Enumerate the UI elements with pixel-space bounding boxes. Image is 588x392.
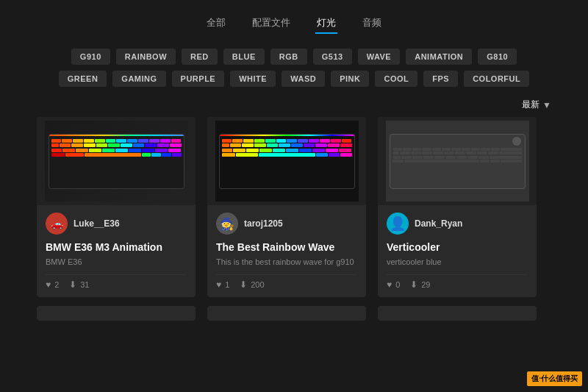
card-1-title: BMW E36 M3 Animation — [46, 240, 187, 254]
tag-rgb[interactable]: RGB — [270, 49, 307, 65]
heart-icon-2: ♥ — [216, 279, 221, 290]
card-1-author: 🚗 Luke__E36 — [46, 213, 187, 235]
card-2-image — [207, 117, 366, 205]
tag-blue[interactable]: BLUE — [223, 49, 265, 65]
card-bottom-stub-2 — [207, 306, 366, 321]
card-1-subtitle: BMW E36 — [46, 257, 187, 268]
card-3-author: 👤 Dank_Ryan — [387, 213, 528, 235]
card-1-info: 🚗 Luke__E36 BMW E36 M3 Animation BMW E36… — [37, 205, 196, 297]
avatar-2: 🧙 — [216, 213, 238, 235]
card-bottom-stub-3 — [378, 306, 537, 321]
tag-wasd[interactable]: WASD — [282, 71, 325, 87]
author-name-3: Dank_Ryan — [415, 218, 462, 229]
card-1-image — [37, 117, 196, 205]
tag-gaming[interactable]: GAMING — [112, 71, 165, 87]
card-1-likes: ♥ 2 — [46, 279, 59, 290]
card-3-title: Verticooler — [387, 240, 528, 254]
tag-filter-area: G910 RAINBOW RED BLUE RGB G513 WAVE ANIM… — [0, 44, 588, 69]
card-2-title: The Best Rainbow Wave — [216, 240, 357, 254]
card-1-downloads: ⬇ 31 — [69, 279, 89, 290]
download-icon-3: ⬇ — [410, 279, 417, 290]
avatar-1: 🚗 — [46, 213, 68, 235]
card-2-likes: ♥ 1 — [216, 279, 229, 290]
top-nav: 全部 配置文件 灯光 音频 — [0, 0, 588, 44]
tab-audio[interactable]: 音频 — [361, 13, 383, 34]
sort-bar: 最新 ▼ — [0, 91, 588, 117]
watermark: 值·什么值得买 — [527, 371, 582, 386]
tag-purple[interactable]: PURPLE — [172, 71, 225, 87]
card-3-subtitle: verticooler blue — [387, 257, 528, 268]
card-2-info: 🧙 taroj1205 The Best Rainbow Wave This i… — [207, 205, 366, 297]
card-3-likes: ♥ 0 — [387, 279, 400, 290]
tag-red[interactable]: RED — [182, 49, 218, 65]
tag-rainbow[interactable]: RAINBOW — [116, 49, 176, 65]
sort-label: 最新 — [522, 99, 539, 111]
card-2-subtitle: This is the best rainbow wave for g910 — [216, 257, 357, 268]
sort-chevron-icon[interactable]: ▼ — [542, 100, 551, 110]
heart-icon-1: ♥ — [46, 279, 51, 290]
download-icon-2: ⬇ — [240, 279, 247, 290]
avatar-3: 👤 — [387, 213, 409, 235]
app-container: 全部 配置文件 灯光 音频 G910 RAINBOW RED BLUE RGB … — [0, 0, 588, 392]
tag-green[interactable]: GREEN — [59, 71, 107, 87]
tag-filter-area-2: GREEN GAMING PURPLE WHITE WASD PINK COOL… — [0, 69, 588, 91]
download-icon-1: ⬇ — [69, 279, 76, 290]
card-bottom-stub-1 — [37, 306, 196, 321]
card-2-author: 🧙 taroj1205 — [216, 213, 357, 235]
tab-lighting[interactable]: 灯光 — [315, 13, 337, 34]
author-name-1: Luke__E36 — [74, 218, 120, 229]
tag-g513[interactable]: G513 — [313, 49, 352, 65]
tag-fps[interactable]: FPS — [423, 71, 458, 87]
tab-profiles[interactable]: 配置文件 — [251, 13, 292, 34]
card-3-image — [378, 117, 537, 205]
tag-cool[interactable]: COOL — [375, 71, 417, 87]
card-2-downloads: ⬇ 200 — [240, 279, 264, 290]
card-3-stats: ♥ 0 ⬇ 29 — [387, 274, 528, 290]
card-2[interactable]: 🧙 taroj1205 The Best Rainbow Wave This i… — [207, 117, 366, 297]
cards-grid: 🚗 Luke__E36 BMW E36 M3 Animation BMW E36… — [0, 117, 588, 297]
tag-wave[interactable]: WAVE — [358, 49, 401, 65]
card-1[interactable]: 🚗 Luke__E36 BMW E36 M3 Animation BMW E36… — [37, 117, 196, 297]
cards-grid-bottom — [0, 297, 588, 321]
tag-pink[interactable]: PINK — [331, 71, 369, 87]
heart-icon-3: ♥ — [387, 279, 392, 290]
tag-animation[interactable]: ANIMATION — [406, 49, 472, 65]
card-2-stats: ♥ 1 ⬇ 200 — [216, 274, 357, 290]
tag-g910[interactable]: G910 — [71, 49, 110, 65]
card-1-stats: ♥ 2 ⬇ 31 — [46, 274, 187, 290]
tag-colorful[interactable]: COLORFUL — [464, 71, 529, 87]
tag-white[interactable]: WHITE — [230, 71, 276, 87]
card-3-info: 👤 Dank_Ryan Verticooler verticooler blue… — [378, 205, 537, 297]
tab-all[interactable]: 全部 — [205, 13, 227, 34]
card-3-downloads: ⬇ 29 — [410, 279, 430, 290]
author-name-2: taroj1205 — [244, 218, 283, 229]
tag-g810[interactable]: G810 — [478, 49, 517, 65]
card-3[interactable]: 👤 Dank_Ryan Verticooler verticooler blue… — [378, 117, 537, 297]
